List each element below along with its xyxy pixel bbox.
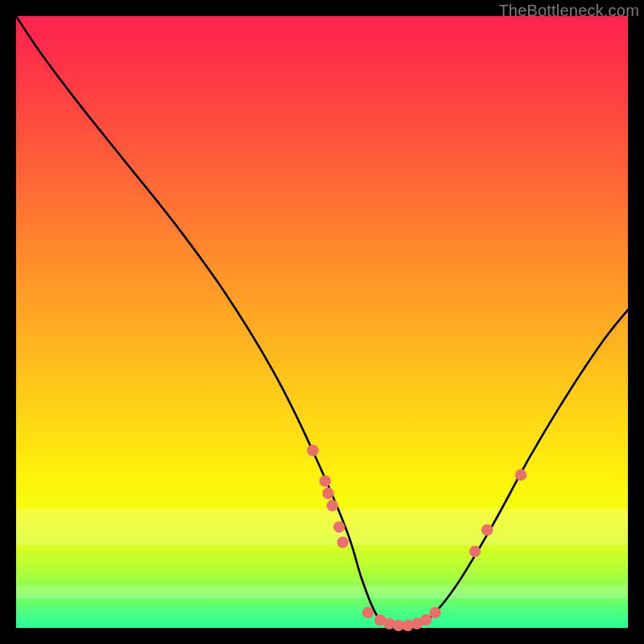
highlight-dot <box>515 469 526 481</box>
highlight-dot <box>420 614 431 625</box>
highlight-dot <box>307 444 318 456</box>
highlight-dot <box>469 546 481 557</box>
chart-frame: TheBottleneck.com <box>0 0 644 644</box>
highlight-dot <box>362 607 374 618</box>
highlight-dot <box>337 536 349 547</box>
curve-svg <box>16 16 628 628</box>
plot-area <box>16 16 628 628</box>
highlight-dot <box>320 475 331 486</box>
bottleneck-curve <box>16 16 628 630</box>
highlight-dot <box>333 521 345 532</box>
highlight-dot <box>327 500 338 511</box>
highlight-dot <box>429 607 440 618</box>
highlight-dot <box>322 488 333 499</box>
highlight-dot <box>481 524 493 535</box>
highlight-dots <box>307 444 526 631</box>
